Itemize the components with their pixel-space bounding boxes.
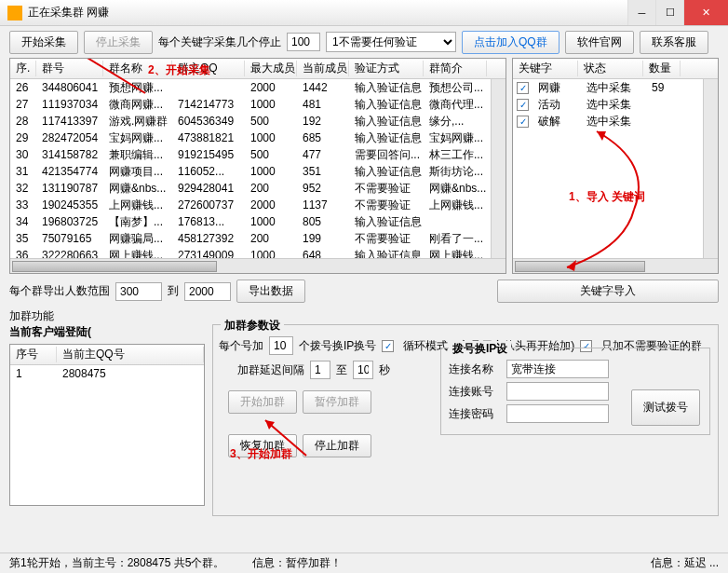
status-1: 第1轮开始，当前主号：2808475 共5个群。 <box>9 555 224 571</box>
pause-join-button[interactable]: 暂停加群 <box>303 390 371 414</box>
status-2: 信息：暂停加群！ <box>252 555 342 571</box>
table-row[interactable]: 3575079165网赚骗局...458127392200199不需要验证刚看了… <box>10 230 506 247</box>
table-row[interactable]: ✓网赚选中采集59 <box>513 79 718 96</box>
export-range-label: 每个群导出人数范围 <box>9 283 110 299</box>
login-title: 当前客户端登陆( <box>9 324 205 340</box>
close-button[interactable]: ✕ <box>683 0 728 25</box>
minimize-button[interactable]: ─ <box>627 0 655 25</box>
hscrollbar-r[interactable] <box>513 258 718 273</box>
export-to-input[interactable] <box>184 282 231 301</box>
export-button[interactable]: 导出数据 <box>236 280 305 303</box>
keywords-table: 关键字状态数量 ✓网赚选中采集59✓活动选中采集✓破解选中采集 1、导入 关键词 <box>512 58 719 274</box>
join-qq-button[interactable]: 点击加入QQ群 <box>462 31 559 54</box>
export-row: 每个群导出人数范围 到 导出数据 关键字导入 <box>0 274 728 308</box>
addgroup-title: 加群功能 <box>9 309 54 322</box>
collect-count-label: 每个关键字采集几个停止 <box>158 34 281 50</box>
table-row[interactable]: 30314158782兼职编辑...919215495500477需要回答问..… <box>10 146 506 163</box>
keyword-checkbox[interactable]: ✓ <box>517 116 529 128</box>
each-count-input[interactable] <box>269 336 293 355</box>
qq-table: 序号当前主QQ号 12808475 <box>9 344 205 506</box>
conn-name-input[interactable] <box>506 360 609 378</box>
table-row[interactable]: ✓活动选中采集 <box>513 96 718 113</box>
annotation-2: 2、开始采集 <box>148 62 210 78</box>
loop-checkbox[interactable]: ✓ <box>382 340 394 352</box>
keyword-checkbox[interactable]: ✓ <box>517 99 529 111</box>
annotation-3: 3、开始加群 <box>230 446 292 462</box>
table-row[interactable]: 33190245355上网赚钱...27260073720001137不需要验证… <box>10 197 506 213</box>
test-dial-button[interactable]: 测试拨号 <box>631 389 700 426</box>
start-collect-button[interactable]: 开始采集 <box>9 31 78 54</box>
start-join-button[interactable]: 开始加群 <box>228 390 297 414</box>
stop-collect-button[interactable]: 停止采集 <box>84 31 153 54</box>
keyword-checkbox[interactable]: ✓ <box>517 82 529 94</box>
delay-from-input[interactable] <box>310 361 330 379</box>
hscrollbar[interactable] <box>10 258 506 273</box>
status-3: 信息：延迟 ... <box>651 555 719 571</box>
contact-button[interactable]: 联系客服 <box>640 31 708 54</box>
delay-to-input[interactable] <box>353 361 373 379</box>
ip-groupbox: 拨号换IP设 连接名称 连接账号 测试拨号 连接密码 <box>440 348 710 435</box>
table-row[interactable]: 26344806041预想网赚...20001442输入验证信息预想公司... <box>10 79 506 96</box>
verify-select[interactable]: 1不需要任何验证 <box>326 32 456 52</box>
table-row[interactable]: 34196803725【南梦】...176813...1000805输入验证信息 <box>10 213 506 230</box>
vscrollbar-r[interactable] <box>703 79 718 258</box>
conn-password-input[interactable] <box>506 404 609 423</box>
keyword-import-button[interactable]: 关键字导入 <box>497 280 719 303</box>
table-row[interactable]: 32131190787网赚&nbs...929428041200952不需要验证… <box>10 180 506 197</box>
toolbar: 开始采集 停止采集 每个关键字采集几个停止 1不需要任何验证 点击加入QQ群 软… <box>0 26 728 58</box>
annotation-1: 1、导入 关键词 <box>569 189 645 205</box>
conn-account-input[interactable] <box>506 382 609 401</box>
groups-table: 序.群号群名称群主QQ最大成员当前成员验证方式群简介 26344806041预想… <box>9 58 506 274</box>
collect-count-input[interactable] <box>287 33 320 51</box>
table-row[interactable]: 29282472054宝妈网赚...4738818211000685输入验证信息… <box>10 130 506 146</box>
app-icon <box>7 6 22 20</box>
official-site-button[interactable]: 软件官网 <box>565 31 634 54</box>
export-from-input[interactable] <box>115 282 162 301</box>
table-row[interactable]: 12808475 <box>10 365 204 382</box>
table-row[interactable]: 28117413397游戏.网赚群604536349500192输入验证信息缘分… <box>10 113 506 130</box>
titlebar: 正在采集群 网赚 ─ ☐ ✕ <box>0 0 728 26</box>
stop-join-button[interactable]: 停止加群 <box>303 434 371 457</box>
window-title: 正在采集群 网赚 <box>28 5 627 20</box>
table-row[interactable]: 31421354774网赚项目...116052...1000351输入验证信息… <box>10 163 506 180</box>
table-row[interactable]: 36322280663网上赚钱...2731490091000648输入验证信息… <box>10 247 506 258</box>
statusbar: 第1轮开始，当前主号：2808475 共5个群。 信息：暂停加群！ 信息：延迟 … <box>0 553 728 573</box>
params-groupbox: 加群参数设 每个号加 个拨号换IP换号 ✓循环模式（主号用完从头再开始加) ✓只… <box>212 324 719 516</box>
table-row[interactable]: 27111937034微商网赚...7142147731000481输入验证信息… <box>10 96 506 113</box>
maximize-button[interactable]: ☐ <box>655 0 683 25</box>
vscrollbar[interactable] <box>491 79 506 258</box>
table-row[interactable]: ✓破解选中采集 <box>513 113 718 130</box>
